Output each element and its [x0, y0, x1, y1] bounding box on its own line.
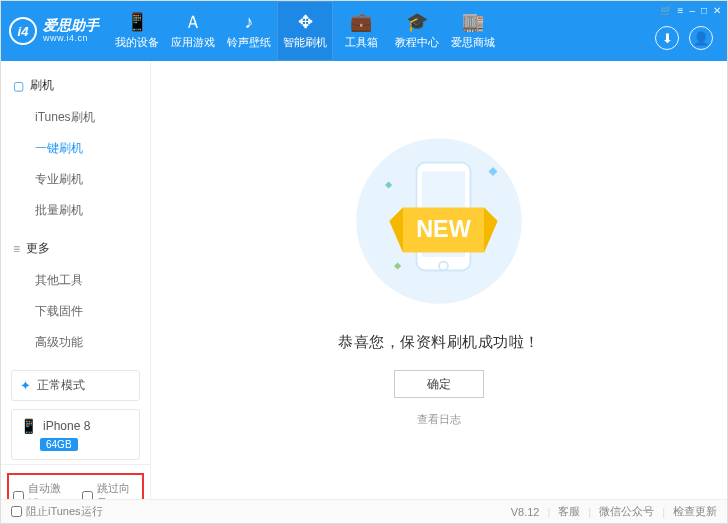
check-update-link[interactable]: 检查更新 — [673, 504, 717, 519]
mode-icon: ✦ — [20, 378, 31, 393]
banner-text: NEW — [416, 216, 471, 242]
sidebar: ▢刷机iTunes刷机一键刷机专业刷机批量刷机≡更多其他工具下载固件高级功能 ✦… — [1, 61, 151, 499]
block-itunes-check[interactable]: 阻止iTunes运行 — [11, 504, 103, 519]
nav-item-5[interactable]: 🎓教程中心 — [389, 1, 445, 61]
sidebar-item[interactable]: 批量刷机 — [1, 195, 150, 226]
block-itunes-label: 阻止iTunes运行 — [26, 504, 103, 519]
success-message: 恭喜您，保资料刷机成功啦！ — [338, 333, 540, 352]
cart-icon[interactable]: 🛒 — [660, 5, 672, 16]
maximize-button[interactable]: □ — [701, 5, 707, 16]
mode-label: 正常模式 — [37, 377, 85, 394]
nav-item-0[interactable]: 📱我的设备 — [109, 1, 165, 61]
brand: i4 爱思助手 www.i4.cn — [9, 17, 99, 45]
download-button[interactable]: ⬇ — [655, 26, 679, 50]
sidebar-item[interactable]: 一键刷机 — [1, 133, 150, 164]
nav-label: 工具箱 — [345, 35, 378, 50]
nav-icon: 🎓 — [406, 13, 428, 31]
nav: 📱我的设备Ａ应用游戏♪铃声壁纸✥智能刷机💼工具箱🎓教程中心🏬爱思商城 — [109, 1, 501, 61]
minimize-button[interactable]: – — [689, 5, 695, 16]
brand-text: 爱思助手 www.i4.cn — [43, 18, 99, 43]
menu-icon[interactable]: ≡ — [678, 5, 684, 16]
nav-icon: ✥ — [298, 13, 313, 31]
sidebar-section-more[interactable]: ≡更多 — [1, 234, 150, 263]
nav-item-4[interactable]: 💼工具箱 — [333, 1, 389, 61]
status-right: V8.12 | 客服 | 微信公众号 | 检查更新 — [511, 504, 717, 519]
user-button[interactable]: 👤 — [689, 26, 713, 50]
sidebar-list-flash: iTunes刷机一键刷机专业刷机批量刷机 — [1, 100, 150, 234]
brand-subtitle: www.i4.cn — [43, 34, 99, 44]
window-controls: 🛒 ≡ – □ ✕ — [660, 5, 721, 16]
wechat-link[interactable]: 微信公众号 — [599, 504, 654, 519]
nav-label: 应用游戏 — [171, 35, 215, 50]
nav-icon: 📱 — [126, 13, 148, 31]
storage-badge: 64GB — [40, 438, 78, 451]
nav-label: 爱思商城 — [451, 35, 495, 50]
mode-box[interactable]: ✦ 正常模式 — [11, 370, 140, 401]
sidebar-section-title: 更多 — [26, 240, 50, 257]
brand-title: 爱思助手 — [43, 18, 99, 33]
more-icon: ≡ — [13, 242, 20, 256]
nav-label: 教程中心 — [395, 35, 439, 50]
nav-label: 我的设备 — [115, 35, 159, 50]
view-log-link[interactable]: 查看日志 — [417, 412, 461, 427]
nav-label: 智能刷机 — [283, 35, 327, 50]
version-label: V8.12 — [511, 506, 540, 518]
success-illustration: NEW — [349, 131, 529, 311]
sidebar-item[interactable]: 其他工具 — [1, 265, 150, 296]
ok-button[interactable]: 确定 — [394, 370, 484, 398]
sidebar-item[interactable]: 高级功能 — [1, 327, 150, 358]
nav-icon: 🏬 — [462, 13, 484, 31]
sidebar-item[interactable]: 专业刷机 — [1, 164, 150, 195]
nav-item-6[interactable]: 🏬爱思商城 — [445, 1, 501, 61]
brand-logo: i4 — [9, 17, 37, 45]
flash-icon: ▢ — [13, 79, 24, 93]
status-bar: 阻止iTunes运行 V8.12 | 客服 | 微信公众号 | 检查更新 — [1, 499, 727, 523]
main-panel: NEW 恭喜您，保资料刷机成功啦！ 确定 查看日志 — [151, 61, 727, 499]
support-link[interactable]: 客服 — [558, 504, 580, 519]
device-name: iPhone 8 — [43, 419, 90, 433]
close-button[interactable]: ✕ — [713, 5, 721, 16]
nav-label: 铃声壁纸 — [227, 35, 271, 50]
nav-item-3[interactable]: ✥智能刷机 — [277, 1, 333, 61]
sidebar-list-more: 其他工具下载固件高级功能 — [1, 263, 150, 366]
nav-icon: ♪ — [245, 13, 254, 31]
sidebar-section-title: 刷机 — [30, 77, 54, 94]
nav-item-2[interactable]: ♪铃声壁纸 — [221, 1, 277, 61]
sidebar-item[interactable]: iTunes刷机 — [1, 102, 150, 133]
top-nav: i4 爱思助手 www.i4.cn 📱我的设备Ａ应用游戏♪铃声壁纸✥智能刷机💼工… — [1, 1, 727, 61]
phone-icon: 📱 — [20, 418, 37, 434]
sidebar-section-flash[interactable]: ▢刷机 — [1, 71, 150, 100]
sidebar-item[interactable]: 下载固件 — [1, 296, 150, 327]
nav-icon: 💼 — [350, 13, 372, 31]
nav-icon: Ａ — [184, 13, 202, 31]
body: ▢刷机iTunes刷机一键刷机专业刷机批量刷机≡更多其他工具下载固件高级功能 ✦… — [1, 61, 727, 499]
block-itunes-checkbox[interactable] — [11, 506, 22, 517]
nav-item-1[interactable]: Ａ应用游戏 — [165, 1, 221, 61]
top-right: ⬇ 👤 — [655, 26, 713, 50]
device-box[interactable]: 📱 iPhone 8 64GB — [11, 409, 140, 460]
